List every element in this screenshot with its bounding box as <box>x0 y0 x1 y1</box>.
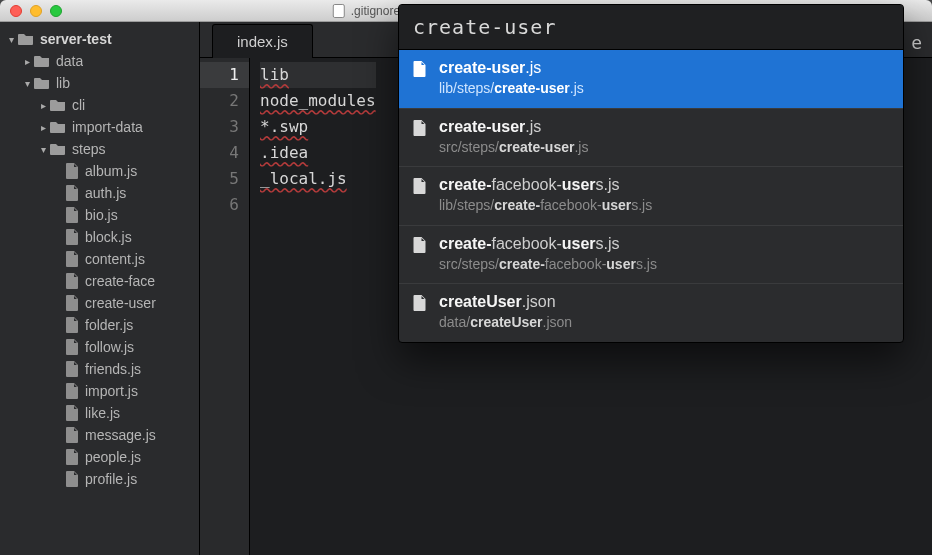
code-line[interactable]: lib <box>260 62 376 88</box>
folder-icon <box>50 120 66 134</box>
tree-item-label: people.js <box>85 449 141 465</box>
fuzzy-finder-result[interactable]: create-user.jssrc/steps/create-user.js <box>399 109 903 168</box>
tree-item-label: create-user <box>85 295 156 311</box>
result-path: lib/steps/create-user.js <box>439 80 584 98</box>
tree-file[interactable]: bio.js <box>0 204 199 226</box>
caret-right-icon: ▸ <box>38 100 48 111</box>
code-content[interactable]: libnode_modules*.swp.idea_local.js <box>250 58 376 555</box>
tree-item-label: folder.js <box>85 317 133 333</box>
result-path: lib/steps/create-facebook-users.js <box>439 197 652 215</box>
traffic-lights <box>0 5 62 17</box>
tree-item-label: follow.js <box>85 339 134 355</box>
tree-file[interactable]: follow.js <box>0 336 199 358</box>
tree-item-label: bio.js <box>85 207 118 223</box>
caret-right-icon: ▸ <box>22 56 32 67</box>
tree-folder[interactable]: ▸cli <box>0 94 199 116</box>
caret-down-icon: ▾ <box>6 34 16 45</box>
result-path: src/steps/create-user.js <box>439 139 588 157</box>
tree-file[interactable]: profile.js <box>0 468 199 490</box>
tree-folder[interactable]: ▸data <box>0 50 199 72</box>
folder-icon <box>34 76 50 90</box>
tab-label: index.js <box>237 33 288 50</box>
line-number: 5 <box>200 166 239 192</box>
file-icon <box>66 295 79 311</box>
line-number: 3 <box>200 114 239 140</box>
fuzzy-finder-input[interactable] <box>399 5 903 50</box>
tree-item-label: content.js <box>85 251 145 267</box>
tree-file[interactable]: import.js <box>0 380 199 402</box>
tree-item-label: message.js <box>85 427 156 443</box>
caret-down-icon: ▾ <box>38 144 48 155</box>
tree-item-label: steps <box>72 141 105 157</box>
tree-file[interactable]: people.js <box>0 446 199 468</box>
tree-file[interactable]: create-face <box>0 270 199 292</box>
tree-file[interactable]: friends.js <box>0 358 199 380</box>
file-icon <box>413 234 429 274</box>
tree-item-label: like.js <box>85 405 120 421</box>
tab-index-js[interactable]: index.js <box>212 24 313 58</box>
file-icon <box>66 185 79 201</box>
result-title: create-facebook-users.js <box>439 234 657 254</box>
file-icon <box>66 229 79 245</box>
caret-down-icon: ▾ <box>22 78 32 89</box>
file-icon <box>66 251 79 267</box>
tree-file[interactable]: create-user <box>0 292 199 314</box>
result-title: create-user.js <box>439 58 584 78</box>
folder-icon <box>50 142 66 156</box>
file-icon <box>413 58 429 98</box>
tree-root-label: server-test <box>40 31 112 47</box>
tree-file[interactable]: content.js <box>0 248 199 270</box>
file-icon <box>66 471 79 487</box>
close-window-button[interactable] <box>10 5 22 17</box>
tree-file[interactable]: block.js <box>0 226 199 248</box>
document-icon <box>333 4 345 18</box>
tree-file[interactable]: like.js <box>0 402 199 424</box>
line-number: 4 <box>200 140 239 166</box>
tree-item-label: lib <box>56 75 70 91</box>
tree-folder[interactable]: ▸import-data <box>0 116 199 138</box>
tree-folder[interactable]: ▾lib <box>0 72 199 94</box>
tree-file[interactable]: message.js <box>0 424 199 446</box>
folder-icon <box>50 98 66 112</box>
file-icon <box>66 207 79 223</box>
fuzzy-finder-result[interactable]: create-facebook-users.jslib/steps/create… <box>399 167 903 226</box>
tree-item-label: import-data <box>72 119 143 135</box>
code-line[interactable]: .idea <box>260 140 376 166</box>
fuzzy-finder-result[interactable]: createUser.jsondata/createUser.json <box>399 284 903 342</box>
minimize-window-button[interactable] <box>30 5 42 17</box>
folder-icon <box>34 54 50 68</box>
code-line[interactable]: _local.js <box>260 166 376 192</box>
tree-file[interactable]: album.js <box>0 160 199 182</box>
result-title: create-user.js <box>439 117 588 137</box>
code-line[interactable]: *.swp <box>260 114 376 140</box>
line-number: 6 <box>200 192 239 218</box>
file-icon <box>66 273 79 289</box>
tree-item-label: auth.js <box>85 185 126 201</box>
tree-item-label: album.js <box>85 163 137 179</box>
fuzzy-finder-palette: create-user.jslib/steps/create-user.jscr… <box>398 4 904 343</box>
tree-item-label: create-face <box>85 273 155 289</box>
tree-item-label: cli <box>72 97 85 113</box>
tree-folder[interactable]: ▾steps <box>0 138 199 160</box>
fuzzy-finder-result[interactable]: create-user.jslib/steps/create-user.js <box>399 50 903 109</box>
tree-file[interactable]: folder.js <box>0 314 199 336</box>
tree-file[interactable]: auth.js <box>0 182 199 204</box>
code-line[interactable]: node_modules <box>260 88 376 114</box>
result-path: data/createUser.json <box>439 314 572 332</box>
file-icon <box>66 163 79 179</box>
file-icon <box>413 117 429 157</box>
zoom-window-button[interactable] <box>50 5 62 17</box>
line-number: 1 <box>200 62 249 88</box>
file-icon <box>66 383 79 399</box>
result-title: create-facebook-users.js <box>439 175 652 195</box>
fuzzy-finder-result[interactable]: create-facebook-users.jssrc/steps/create… <box>399 226 903 285</box>
file-icon <box>66 405 79 421</box>
tree-root[interactable]: ▾ server-test <box>0 28 199 50</box>
file-icon <box>66 427 79 443</box>
file-icon <box>413 292 429 332</box>
tree-item-label: profile.js <box>85 471 137 487</box>
file-icon <box>66 317 79 333</box>
file-icon <box>66 361 79 377</box>
line-number-gutter: 123456 <box>200 58 250 555</box>
file-tree-sidebar[interactable]: ▾ server-test ▸data▾lib▸cli▸import-data▾… <box>0 22 200 555</box>
